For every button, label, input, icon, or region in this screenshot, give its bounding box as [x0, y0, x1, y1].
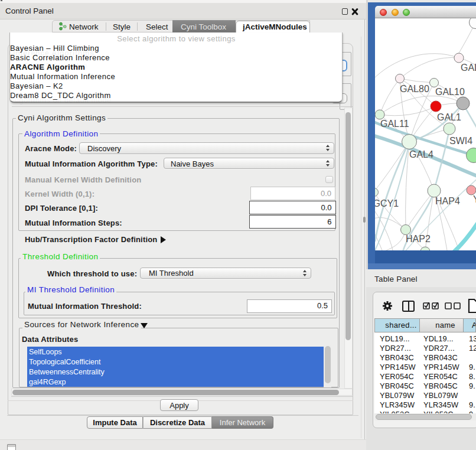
svg-text:GAL1: GAL1: [437, 112, 461, 122]
svg-text:GCY1: GCY1: [375, 198, 399, 208]
svg-text:HAP2: HAP2: [406, 234, 431, 244]
svg-text:GAL2: GAL2: [461, 63, 476, 73]
svg-text:YMR043W: YMR043W: [473, 194, 476, 204]
svg-text:GAL10: GAL10: [435, 87, 465, 97]
svg-text:SWI4: SWI4: [449, 136, 472, 146]
svg-text:GAL4: GAL4: [409, 149, 433, 159]
svg-text:HAP4: HAP4: [435, 196, 460, 206]
svg-text:GAL80: GAL80: [400, 84, 429, 94]
svg-text:GAL11: GAL11: [380, 119, 409, 129]
